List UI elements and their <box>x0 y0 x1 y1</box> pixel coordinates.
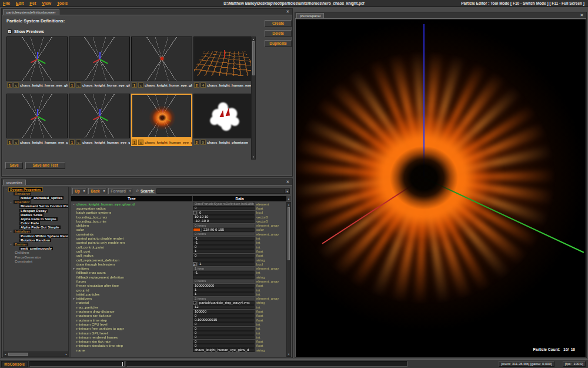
tree-item[interactable]: Rotation Random <box>4 238 68 242</box>
particle-thumbnail-canvas[interactable] <box>131 94 192 138</box>
expander-icon[interactable] <box>8 230 14 233</box>
attribute-row[interactable]: initial_particles 1 int <box>71 292 286 296</box>
row-expander-icon[interactable] <box>71 297 76 300</box>
tree-item[interactable]: emit_continuously <box>4 247 68 251</box>
attribute-row[interactable]: minimum GPU level 0 int <box>71 331 286 335</box>
attribute-value-field[interactable] <box>193 275 255 279</box>
particle-thumbnail-canvas[interactable] <box>131 37 192 81</box>
tree-item[interactable]: render_animated_sprites <box>4 195 68 200</box>
attribute-value-field[interactable]: 228 80 0 155 <box>202 228 255 232</box>
attribute-row[interactable]: emitters 1 item element_array <box>71 266 286 270</box>
console-input[interactable] <box>29 361 125 367</box>
console-tab[interactable]: #IbConsole <box>1 361 28 367</box>
close-icon[interactable]: ✕ <box>579 13 584 18</box>
thumbnail-label[interactable]: 2 4 chaos_knight_human_eye_glow <box>193 81 255 89</box>
attribute-value-field[interactable]: 1 <box>193 292 255 296</box>
thumbnail-cell[interactable]: 1 c chaos_knight_horse_eye_glow_ <box>6 37 68 89</box>
attribute-row[interactable]: forces 0 items element_array <box>71 279 286 283</box>
attribute-value-field[interactable]: -1 <box>193 237 255 241</box>
attribute-row[interactable]: bounding_box_max 10 10 10 vector3 <box>71 215 286 219</box>
thumbnail-cell[interactable]: 1 c chaos_knight_human_eye_glow <box>131 94 192 146</box>
attribute-value-field[interactable]: 10 10 10 <box>193 215 255 219</box>
attribute-value-field[interactable]: -1 <box>193 241 255 245</box>
attribute-scrollbar[interactable]: ▲ ▼ <box>286 202 291 357</box>
particle-thumbnail-canvas[interactable] <box>6 37 68 81</box>
tree-item[interactable]: Children <box>4 251 68 255</box>
thumbnail-label[interactable]: 2 5 chaos_knight_phantasm <box>193 138 255 146</box>
scroll-up-icon[interactable]: ▲ <box>286 196 291 201</box>
tree-item[interactable]: Emitter <box>4 242 68 246</box>
attribute-value-field[interactable]: DmeParticleSystemDefinition bd0188d5-581… <box>193 202 255 206</box>
scroll-right-icon[interactable]: ► <box>65 353 68 356</box>
attribute-value-field[interactable]: 1 item <box>193 267 255 271</box>
attribute-row[interactable]: control point to only enable ren -1 int <box>71 241 286 245</box>
attribute-value-field[interactable]: chaos_knight_human_eye_glow_d <box>193 348 255 352</box>
scroll-down-icon[interactable]: ▼ <box>252 155 255 158</box>
attribute-row[interactable]: chaos_knight_human_eye_glow_d DmeParticl… <box>71 202 286 206</box>
attribute-row[interactable]: cull_cost 1 float <box>71 249 286 253</box>
attribute-value-field[interactable]: 0 items <box>193 232 255 236</box>
tree-item[interactable]: ForceGenerator <box>4 255 68 259</box>
thumbnail-label[interactable]: 1 c chaos_knight_horse_eye_glow_ <box>131 81 192 89</box>
row-expander-icon[interactable] <box>71 267 76 270</box>
thumbnail-cell[interactable]: 2 4 chaos_knight_human_eye_glow <box>193 37 255 89</box>
attribute-row[interactable]: batch particle systems 0 bool <box>71 211 286 215</box>
thumbnail-label[interactable]: 1 c chaos_knight_horse_eye_glow_ <box>69 81 130 89</box>
tree-item[interactable]: Operator <box>4 200 68 204</box>
scroll-down-icon[interactable]: ▼ <box>287 353 290 356</box>
tree-item[interactable]: Movement Set to Control Poi <box>4 204 68 208</box>
bool-checkbox[interactable] <box>193 263 196 266</box>
tab-previewpanel[interactable]: previewpanel <box>296 13 324 18</box>
scroll-left-icon[interactable]: ◄ <box>4 353 6 356</box>
attribute-value-field[interactable]: 0 <box>193 322 255 326</box>
attribute-value-field[interactable]: 1 <box>193 249 255 253</box>
attribute-row[interactable]: children 0 items element_array <box>71 223 286 227</box>
tab-particlesystemdefinitionbrowser[interactable]: particlesystemdefinitionbrowser <box>3 9 59 15</box>
duplicate-button[interactable]: Duplicate <box>265 40 292 47</box>
particle-thumbnail-canvas[interactable] <box>69 37 130 81</box>
tab-properties[interactable]: properties <box>3 180 26 185</box>
expander-icon[interactable] <box>8 200 14 204</box>
attribute-value-field[interactable]: 0 <box>193 245 255 249</box>
tree-item[interactable]: Alpha Fade In Simple <box>4 217 68 221</box>
scrollbar-thumb[interactable] <box>288 207 290 260</box>
attribute-row[interactable]: cull_radius 0 float <box>71 254 286 258</box>
attribute-value-field[interactable]: 0 <box>193 327 255 331</box>
attribute-value-field[interactable]: 12 <box>193 305 255 309</box>
attribute-row[interactable]: aggregation radius 0 float <box>71 206 286 210</box>
tree-horizontal-scrollbar[interactable]: ◄ ► <box>4 352 68 356</box>
attribute-row[interactable]: freeze simulation after time 1000000000 … <box>71 284 286 288</box>
attribute-value-field[interactable]: 100000 <box>193 310 255 314</box>
attribute-row[interactable]: minimum simulation time step 0 float <box>71 344 286 348</box>
attribute-value-field[interactable]: 0 <box>193 314 255 318</box>
tree-item[interactable]: Renderer <box>4 191 68 195</box>
save-and-test-button[interactable]: Save and Test <box>25 162 65 169</box>
scrollbar-thumb[interactable] <box>252 41 255 75</box>
attribute-value-field[interactable]: -1 <box>193 271 255 275</box>
attribute-value-field[interactable] <box>193 258 255 262</box>
particle-thumbnail-canvas[interactable] <box>6 94 68 138</box>
attribute-row[interactable]: draw through leafsystem 1 bool <box>71 262 286 266</box>
thumbnail-label[interactable]: 1 c chaos_knight_horse_eye_glow_ <box>6 81 68 89</box>
attribute-row[interactable]: minimum CPU level 0 int <box>71 322 286 326</box>
attribute-row[interactable]: minimum sim tick rate 0 float <box>71 340 286 344</box>
attribute-value-field[interactable]: 0 <box>198 211 255 215</box>
tree-item[interactable]: Color Fade <box>4 221 68 226</box>
attribute-value-field[interactable]: 1 <box>198 262 255 266</box>
chevron-down-icon[interactable]: ▾ <box>82 189 86 193</box>
back-button[interactable]: Back ▾ <box>88 188 106 194</box>
attribute-row[interactable]: control point to disable renderi -1 int <box>71 236 286 240</box>
attribute-row[interactable]: fallback replacement definition string <box>71 275 286 279</box>
forward-button[interactable]: Forward ▾ <box>108 188 132 194</box>
attribute-row[interactable]: group id 1 int <box>71 288 286 292</box>
search-combobox[interactable]: ▾ <box>156 188 290 194</box>
attribute-row[interactable]: max_particles 12 int <box>71 305 286 309</box>
attribute-value-field[interactable]: 2 items <box>193 297 255 301</box>
thumbnail-label[interactable]: 1 c chaos_knight_human_eye_glow <box>131 138 192 146</box>
attribute-value-field[interactable]: -10 -10 0 <box>193 219 255 223</box>
thumbnail-label[interactable]: 1 c chaos_knight_human_eye_glow <box>69 138 130 146</box>
attribute-value-field[interactable]: 0.1000000015 <box>193 318 255 322</box>
attribute-row[interactable]: bounding_box_min -10 -10 0 vector3 <box>71 219 286 223</box>
attribute-value-field[interactable]: 0 items <box>193 224 255 228</box>
particle-thumbnail-canvas[interactable] <box>69 94 130 138</box>
